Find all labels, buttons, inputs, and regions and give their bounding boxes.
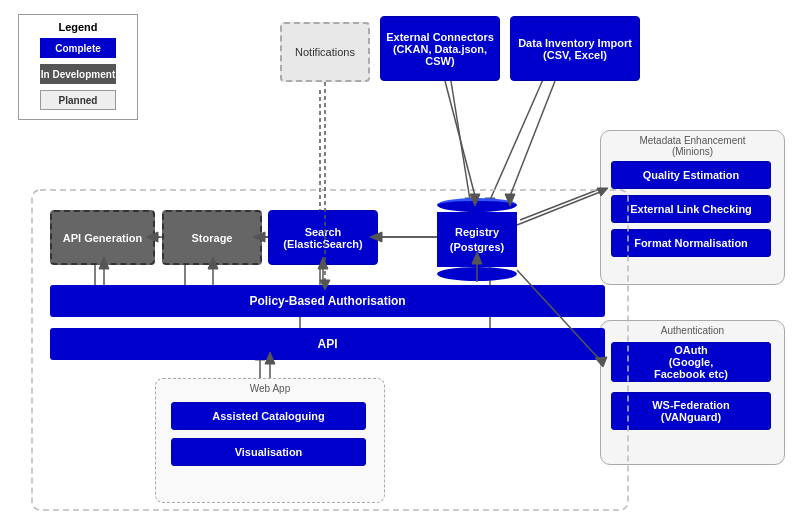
svg-line-12 — [520, 185, 610, 220]
format-norm-box: Format Normalisation — [611, 229, 771, 257]
legend-title: Legend — [29, 21, 127, 33]
metadata-container: Metadata Enhancement(Minions) Quality Es… — [600, 130, 785, 285]
legend: Legend Complete In Development Planned — [18, 14, 138, 120]
external-connectors-box: External Connectors(CKAN, Data.json,CSW) — [380, 16, 500, 81]
webapp-container: Web App Assisted Cataloguing Visualisati… — [155, 378, 385, 503]
svg-line-30 — [510, 81, 555, 196]
registry-cylinder: Registry(Postgres) — [437, 198, 517, 281]
oauth-box: OAuth(Google,Facebook etc) — [611, 342, 771, 382]
search-box: Search(ElasticSearch) — [268, 210, 378, 265]
data-inventory-box: Data Inventory Import(CSV, Excel) — [510, 16, 640, 81]
assisted-cataloguing-box: Assisted Cataloguing — [171, 402, 366, 430]
auth-container: Authentication OAuth(Google,Facebook etc… — [600, 320, 785, 465]
metadata-title: Metadata Enhancement(Minions) — [601, 131, 784, 159]
svg-line-40 — [517, 192, 600, 225]
legend-dev: In Development — [40, 64, 116, 84]
api-bar: API — [50, 328, 605, 360]
svg-line-28 — [445, 81, 475, 196]
visualisation-box: Visualisation — [171, 438, 366, 466]
quality-estimation-box: Quality Estimation — [611, 161, 771, 189]
webapp-title: Web App — [156, 379, 384, 398]
storage-box: Storage — [162, 210, 262, 265]
svg-line-4 — [490, 75, 545, 200]
api-gen-box: API Generation — [50, 210, 155, 265]
external-link-box: External Link Checking — [611, 195, 771, 223]
policy-auth-bar: Policy-Based Authorisation — [50, 285, 605, 317]
legend-planned: Planned — [40, 90, 116, 110]
auth-title: Authentication — [601, 321, 784, 338]
svg-line-2 — [450, 75, 470, 200]
legend-complete: Complete — [40, 38, 116, 58]
notifications-box: Notifications — [280, 22, 370, 82]
ws-fed-box: WS-Federation(VANguard) — [611, 392, 771, 430]
